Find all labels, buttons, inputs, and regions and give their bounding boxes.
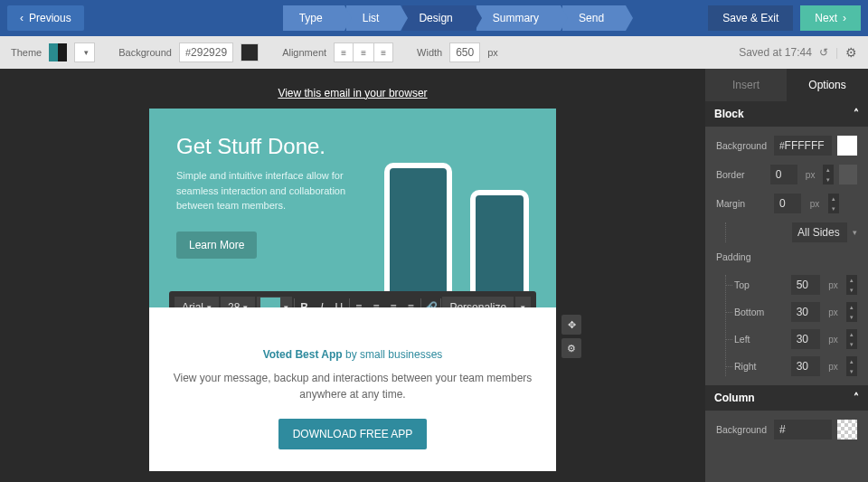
padding-top-input[interactable]: 50 — [791, 275, 820, 295]
alignment-label: Alignment — [282, 47, 326, 58]
canvas-area: View this email in your browser Get Stuf… — [0, 69, 705, 482]
wizard-summary[interactable]: Summary — [476, 5, 561, 31]
history-icon[interactable]: ↺ — [819, 46, 828, 59]
hero-block[interactable]: Get Stuff Done. Simple and intuitive int… — [149, 109, 556, 307]
block-controls: ✥ ⚙ — [561, 315, 581, 358]
gear-icon[interactable]: ⚙ — [561, 338, 581, 358]
underline-button[interactable]: U — [331, 297, 346, 307]
padding-bottom-label: Bottom — [734, 307, 786, 317]
chevron-down-icon: ▾ — [284, 303, 288, 307]
alignment-group: ≡ ≡ ≡ — [334, 43, 393, 62]
chevron-down-icon: ▾ — [853, 228, 857, 237]
body-block[interactable]: ✥ ⚙ Voted Best App by small businesses V… — [149, 307, 556, 471]
section-block-header[interactable]: Block ˄ — [705, 101, 868, 127]
tab-options[interactable]: Options — [787, 69, 868, 101]
column-background-input[interactable]: # — [774, 420, 832, 439]
background-hex-input[interactable]: # 292929 — [179, 43, 233, 62]
border-unit: px — [803, 170, 818, 180]
chevron-down-icon: ▾ — [521, 303, 525, 307]
theme-label: Theme — [11, 47, 42, 58]
margin-unit: px — [807, 199, 823, 209]
wizard-steps: Type List Design Summary Send — [283, 5, 627, 31]
email-preview: Get Stuff Done. Simple and intuitive int… — [149, 109, 556, 471]
padding-right-label: Right — [734, 361, 786, 372]
column-background-label: Background — [716, 424, 769, 435]
color-swatch — [260, 298, 280, 307]
rich-text-toolbar: Arial▾ 28▾ ▾ B I U ≡ ≡ ≡ ≡ 🔗 Personalize — [169, 291, 536, 307]
align-center-button[interactable]: ≡ — [354, 43, 373, 62]
size-dropdown[interactable]: 28▾ — [221, 297, 255, 307]
margin-sides-dropdown[interactable]: All Sides — [792, 222, 847, 242]
width-input[interactable]: 650 — [449, 43, 480, 62]
learn-more-button[interactable]: Learn More — [176, 232, 257, 259]
bold-button[interactable]: B — [297, 297, 312, 307]
padding-left-label: Left — [734, 334, 786, 345]
padding-right-unit: px — [826, 362, 842, 372]
padding-top-label: Top — [734, 279, 786, 290]
theme-swatch[interactable] — [49, 43, 67, 61]
block-background-swatch[interactable] — [837, 136, 857, 156]
wizard-send[interactable]: Send — [562, 5, 626, 31]
gear-icon[interactable]: ⚙ — [845, 45, 857, 60]
padding-left-spinner[interactable]: ▴▾ — [846, 329, 857, 349]
background-swatch[interactable] — [241, 43, 259, 61]
font-dropdown[interactable]: Arial▾ — [175, 297, 219, 307]
margin-spinner[interactable]: ▴▾ — [828, 194, 839, 213]
chevron-down-icon: ▾ — [207, 303, 212, 307]
options-panel: Insert Options Block ˄ Background # FFFF… — [705, 69, 868, 482]
tab-insert[interactable]: Insert — [705, 69, 787, 101]
align-left-button[interactable]: ≡ — [351, 297, 366, 307]
padding-right-input[interactable]: 30 — [791, 356, 820, 376]
padding-bottom-spinner[interactable]: ▴▾ — [846, 302, 857, 322]
block-background-label: Background — [716, 140, 769, 151]
padding-left-input[interactable]: 30 — [791, 329, 820, 349]
border-color-swatch[interactable] — [839, 165, 857, 184]
save-exit-button[interactable]: Save & Exit — [708, 5, 793, 31]
previous-label: Previous — [29, 12, 71, 24]
padding-right-spinner[interactable]: ▴▾ — [846, 356, 857, 376]
border-width-input[interactable]: 0 — [770, 165, 797, 184]
block-margin-label: Margin — [716, 198, 769, 209]
personalize-dropdown[interactable]: Personalize — [442, 297, 514, 307]
align-right-button[interactable]: ≡ — [373, 43, 393, 62]
padding-top-unit: px — [826, 280, 842, 290]
width-unit: px — [487, 47, 498, 58]
view-in-browser-link[interactable]: View this email in your browser — [0, 87, 705, 99]
wizard-design[interactable]: Design — [402, 5, 474, 31]
block-background-input[interactable]: # FFFFFF — [774, 136, 832, 156]
padding-bottom-input[interactable]: 30 — [791, 302, 820, 322]
hero-subtitle: Simple and intuitive interface allow for… — [176, 168, 348, 213]
wizard-type[interactable]: Type — [283, 5, 344, 31]
download-button[interactable]: DOWNLOAD FREE APP — [278, 419, 428, 449]
saved-at-label: Saved at 17:44 — [739, 46, 812, 59]
padding-top-spinner[interactable]: ▴▾ — [846, 275, 857, 295]
link-button[interactable]: 🔗 — [423, 297, 439, 307]
next-button[interactable]: Next› — [800, 5, 861, 31]
align-left-button[interactable]: ≡ — [334, 43, 354, 62]
margin-input[interactable]: 0 — [774, 194, 801, 213]
more-dropdown[interactable]: ▾ — [515, 297, 531, 307]
section-column-header[interactable]: Column ˄ — [705, 385, 868, 411]
padding-bottom-unit: px — [826, 307, 842, 317]
column-background-swatch[interactable] — [837, 420, 857, 439]
chevron-down-icon: ▾ — [84, 48, 89, 57]
align-justify-button[interactable]: ≡ — [403, 297, 419, 307]
chevron-up-icon: ˄ — [854, 392, 859, 404]
body-heading: Voted Best App by small businesses — [173, 344, 533, 363]
move-icon[interactable]: ✥ — [561, 315, 581, 335]
border-spinner[interactable]: ▴▾ — [823, 165, 833, 184]
wizard-list[interactable]: List — [346, 5, 401, 31]
align-center-button[interactable]: ≡ — [368, 297, 383, 307]
background-label: Background — [118, 47, 172, 58]
block-border-label: Border — [716, 169, 765, 180]
chevron-up-icon: ˄ — [854, 108, 859, 120]
previous-button[interactable]: ‹ Previous — [7, 5, 84, 31]
chevron-right-icon: › — [843, 12, 846, 24]
theme-dropdown[interactable]: ▾ — [74, 43, 95, 62]
align-right-button[interactable]: ≡ — [386, 297, 401, 307]
width-label: Width — [417, 47, 442, 58]
italic-button[interactable]: I — [314, 297, 329, 307]
phone-small-image — [470, 190, 529, 307]
chevron-down-icon: ▾ — [243, 303, 248, 307]
color-dropdown[interactable]: ▾ — [257, 297, 292, 307]
